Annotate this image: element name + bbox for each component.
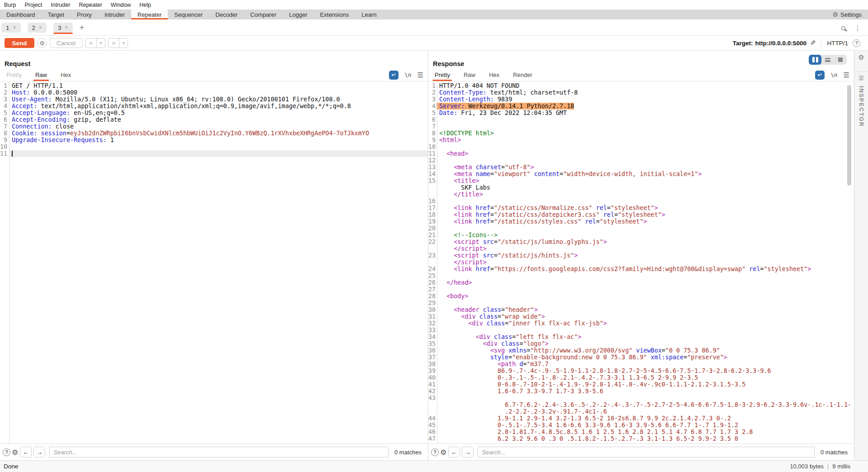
code-line: 38 <path d="m37.7 <box>428 361 854 367</box>
tab-target[interactable]: Target <box>42 10 71 19</box>
tab-sequencer[interactable]: Sequencer <box>168 10 209 19</box>
inspector-label[interactable]: INSPECTOR <box>858 86 864 127</box>
layout-columns-button[interactable] <box>809 55 821 65</box>
code-line: 10 <box>428 143 854 150</box>
http-version-help-icon[interactable]: ? <box>853 39 860 47</box>
layout-single-button[interactable] <box>834 55 847 65</box>
back-dropdown-icon[interactable]: ▼ <box>96 38 105 48</box>
request-editor[interactable]: 1GET / HTTP/1.12Host: 0.0.0.0:50003User-… <box>0 81 428 443</box>
scrollbar-thumb[interactable] <box>847 85 851 186</box>
response-tab-raw[interactable]: Raw <box>464 69 475 81</box>
settings-label: Settings <box>840 11 862 18</box>
response-tab-pretty[interactable]: Pretty <box>435 69 450 81</box>
code-line: 9<html> <box>428 137 854 143</box>
send-settings-button[interactable]: ⚙ <box>37 38 47 48</box>
search-next-button[interactable]: → <box>462 447 474 458</box>
request-tab-raw[interactable]: Raw <box>35 69 47 81</box>
main-tabbar: DashboardTargetProxyIntruderRepeaterSequ… <box>0 10 868 19</box>
tab-comparer[interactable]: Comparer <box>244 10 283 19</box>
search-settings-icon[interactable]: ⚙ <box>12 448 18 457</box>
code-line: 41 0-6.8-.7-10-2-1-.4-1.9-.9-2.8-1.41-.8… <box>428 381 854 388</box>
line-content: <div class="inner flx flx-ac flx-jsb"> <box>436 320 607 327</box>
line-number: 17 <box>428 205 436 211</box>
response-editor-tabs: PrettyRawHexRender ↵ \n ☰ <box>428 69 854 81</box>
close-tab-icon[interactable]: × <box>65 24 68 31</box>
tab-decoder[interactable]: Decoder <box>209 10 244 19</box>
code-line: </title> <box>428 191 854 198</box>
layout-rows-button[interactable] <box>821 55 834 65</box>
search-prev-button[interactable]: ← <box>20 447 32 458</box>
wrap-toggle-icon[interactable]: ↵ <box>815 71 825 80</box>
line-number: 19 <box>428 218 436 225</box>
tab-repeater[interactable]: Repeater <box>131 10 168 19</box>
search-next-button[interactable]: → <box>33 447 45 458</box>
request-tab-pretty[interactable]: Pretty <box>6 69 22 81</box>
code-line: 3Content-Length: 9839 <box>428 96 854 103</box>
menu-project[interactable]: Project <box>24 2 42 8</box>
code-line: 20 <box>428 225 854 232</box>
menu-help[interactable]: Help <box>139 2 151 8</box>
line-content: 86.9-.7-.4c-.9-.5-1.9-1.1-2.8-1.8-2.7-2-… <box>436 367 771 374</box>
request-editor-tabs: PrettyRawHex ↵ \n ☰ <box>0 69 428 81</box>
line-content: .2-2.2-.2-3.2v-.91.7-.4c1-.6 <box>436 408 607 415</box>
forward-dropdown-icon[interactable]: ▼ <box>119 38 128 48</box>
cancel-button[interactable]: Cancel <box>50 38 82 48</box>
inspector-collapse-icon[interactable]: ☰ <box>859 75 864 81</box>
wrap-toggle-icon[interactable]: ↵ <box>389 71 398 80</box>
tab-intruder[interactable]: Intruder <box>98 10 131 19</box>
search-icon[interactable] <box>841 26 845 30</box>
line-content: Accept-Encoding: gzip, deflate <box>9 116 121 123</box>
request-tab-hex[interactable]: Hex <box>61 69 71 81</box>
line-number: 3 <box>428 96 436 103</box>
response-search-input[interactable] <box>478 447 815 458</box>
line-content: <div class="wrap wide"> <box>436 313 545 320</box>
http-version[interactable]: HTTP/1 <box>827 40 848 47</box>
close-tab-icon[interactable]: × <box>39 24 42 31</box>
tab-proxy[interactable]: Proxy <box>71 10 98 19</box>
line-content: Content-Length: 9839 <box>436 96 512 103</box>
settings-button[interactable]: ⚙ Settings <box>832 10 868 19</box>
menu-burp[interactable]: Burp <box>4 2 16 8</box>
more-options-icon[interactable]: ⋮ <box>854 24 861 32</box>
inspector-settings-icon[interactable]: ⚙ <box>858 53 864 62</box>
editor-menu-icon[interactable]: ☰ <box>844 71 849 79</box>
menu-intruder[interactable]: Intruder <box>51 2 70 8</box>
newline-toggle[interactable]: \n <box>830 72 837 78</box>
code-line: 6 <box>428 116 854 123</box>
search-settings-icon[interactable]: ⚙ <box>440 448 446 457</box>
request-search-input[interactable] <box>49 447 389 458</box>
tab-logger[interactable]: Logger <box>283 10 313 19</box>
repeater-tab-1[interactable]: 1× <box>1 23 21 33</box>
tab-learn[interactable]: Learn <box>355 10 383 19</box>
line-content: <path d="m37.7 <box>436 361 549 367</box>
response-tab-render[interactable]: Render <box>513 69 532 81</box>
add-tab-button[interactable]: + <box>80 23 85 33</box>
back-button[interactable]: < ▼ <box>85 38 105 48</box>
line-number: 15 <box>428 177 436 184</box>
response-tab-hex[interactable]: Hex <box>489 69 499 81</box>
menu-repeater[interactable]: Repeater <box>79 2 102 8</box>
tab-dashboard[interactable]: Dashboard <box>0 10 42 19</box>
code-line: 45 0-.5.1-.7.5-3.4 1.6-6.6 3.3-9.6 1.6-3… <box>428 422 854 429</box>
response-editor[interactable]: 1HTTP/1.0 404 NOT FOUND2Content-Type: te… <box>428 81 854 443</box>
edit-target-icon[interactable]: ✎ <box>810 39 816 47</box>
search-help-icon[interactable]: ? <box>3 448 10 456</box>
forward-button[interactable]: > ▼ <box>108 38 128 48</box>
repeater-tab-2[interactable]: 2× <box>28 23 47 33</box>
tab-extensions[interactable]: Extensions <box>314 10 356 19</box>
search-help-icon[interactable]: ? <box>431 448 439 456</box>
newline-toggle[interactable]: \n <box>404 72 411 78</box>
line-number: 13 <box>428 164 436 171</box>
close-tab-icon[interactable]: × <box>13 24 16 31</box>
line-content: </script> <box>436 245 487 252</box>
line-content: <script src="/static/js/lumino.glyphs.js… <box>436 238 607 245</box>
menu-window[interactable]: Window <box>111 2 131 8</box>
code-line: SKF Labs <box>428 184 854 191</box>
send-button[interactable]: Send <box>5 38 34 48</box>
search-prev-button[interactable]: ← <box>448 447 460 458</box>
editor-menu-icon[interactable]: ☰ <box>417 71 423 79</box>
repeater-tab-3[interactable]: 3× <box>53 23 73 33</box>
code-line: 31 <div class="wrap wide"> <box>428 313 854 320</box>
line-number: 18 <box>428 211 436 218</box>
code-line: 1HTTP/1.0 404 NOT FOUND <box>428 82 854 89</box>
